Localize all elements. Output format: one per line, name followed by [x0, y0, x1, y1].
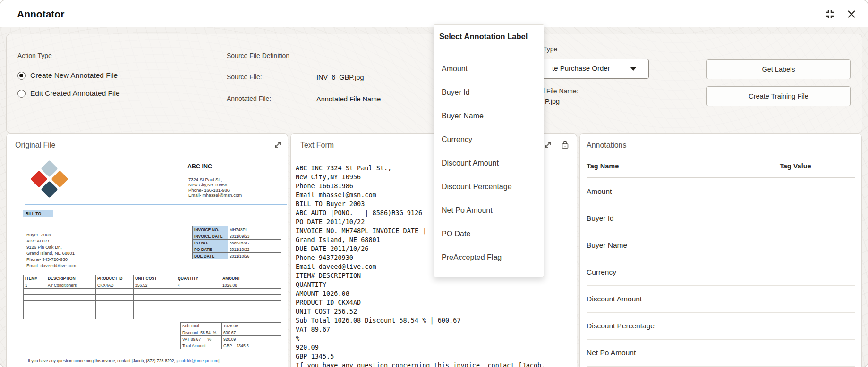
source-file-label: Source File:: [227, 73, 262, 81]
annotation-tag-name: Discount Amount: [587, 295, 642, 303]
radio-create-label: Create New Annotated File: [30, 71, 118, 80]
panel-header-divider: [580, 157, 861, 157]
invoice-footer: If you have any question concerning this…: [28, 359, 219, 363]
radio-edit-created-annotated-file[interactable]: Edit Created Annotated File: [17, 89, 120, 98]
create-training-file-button[interactable]: Create Training File: [706, 86, 851, 106]
popup-title-divider: [434, 49, 544, 49]
invoice-image: ABC INC 7324 St Paul St., New City,NY 10…: [7, 157, 288, 367]
source-file-definition-label: Source File Definition: [227, 52, 289, 59]
annotation-tag-name: Net Po Amount: [587, 349, 636, 357]
annotation-tag-name: Currency: [587, 268, 616, 276]
close-icon[interactable]: [846, 8, 857, 22]
company-logo: [30, 160, 68, 198]
annotation-label-option-buyer-name[interactable]: Buyer Name: [434, 104, 544, 128]
annotation-label-option-discount-percentage[interactable]: Discount Percentage: [434, 175, 544, 199]
invoice-footer-email-link: jacob.kk@omegar.com: [176, 359, 218, 363]
tag-name-column-header: Tag Name: [587, 162, 619, 170]
annotation-tag-name: Amount: [587, 187, 612, 196]
annotation-tag-name: Discount Percentage: [587, 322, 655, 330]
annotator-window: Annotator Action Type Create New Annotat…: [0, 0, 868, 367]
radio-unselected-icon[interactable]: [17, 90, 26, 98]
invoice-footer-bracket: ]: [218, 359, 219, 363]
annotation-type-select-value: te Purchase Order: [552, 64, 610, 72]
annotation-row[interactable]: Currency: [587, 259, 855, 286]
invoice-address-line: Email- mhassel@msn.com: [188, 193, 242, 198]
lock-icon[interactable]: [561, 140, 569, 151]
annotation-row[interactable]: Buyer Id: [587, 205, 855, 232]
text-form-text: ABC INC 7324 St Paul St., New City,NY 10…: [296, 164, 422, 234]
bill-to-line: 9126 Pin Oak Dr.,: [26, 245, 62, 250]
bill-to-line: Buyer- 2003: [26, 233, 51, 237]
annotation-label-option-currency[interactable]: Currency: [434, 128, 544, 151]
radio-edit-label: Edit Created Annotated File: [30, 89, 120, 98]
expand-panel-icon[interactable]: [544, 141, 552, 151]
action-type-label: Action Type: [17, 52, 52, 59]
annotation-type-label: Type: [543, 45, 557, 53]
original-file-panel: Original File ABC INC 7324 St Paul St.,: [6, 133, 288, 367]
invoice-address-line: New City,NY 10956: [188, 183, 227, 187]
chevron-down-icon: [630, 67, 636, 71]
text-form-panel-title: Text Form: [300, 141, 334, 150]
annotations-panel: Annotations Tag Name Tag Value Amount Bu…: [579, 133, 862, 367]
form-row-divider: [544, 83, 856, 83]
restore-window-icon[interactable]: [824, 8, 835, 22]
annotation-row[interactable]: Discount Percentage: [587, 312, 855, 340]
invoice-items-table: ITEM# DESCRIPTION PRODUCT ID UNIT COST Q…: [23, 275, 281, 319]
annotation-label-option-net-po-amount[interactable]: Net Po Amount: [434, 199, 544, 222]
annotations-panel-title: Annotations: [587, 141, 627, 150]
annotated-file-value: Annotated File Name: [316, 95, 381, 103]
annotated-file-label: Annotated File:: [227, 95, 271, 102]
bill-to-label: BILL TO: [23, 210, 53, 217]
page-title: Annotator: [17, 8, 64, 20]
invoice-footer-text: If you have any question concerning this…: [28, 359, 176, 363]
letterhead-divider: [25, 204, 287, 205]
annotation-tag-name: Buyer Id: [587, 214, 614, 223]
annotation-row[interactable]: Discount Amount: [587, 285, 855, 313]
expand-panel-icon[interactable]: [273, 141, 282, 151]
bill-to-line: ABC AUTO: [26, 239, 49, 243]
annotation-label-option-buyer-id[interactable]: Buyer Id: [434, 81, 544, 104]
annotation-label-option-preaccepted-flag[interactable]: PreAccepted Flag: [434, 246, 544, 269]
popup-title: Select Annotation Label: [439, 25, 528, 49]
invoice-totals-table: Sub Total1026.08 Discount 58.54 %600.67 …: [180, 322, 281, 349]
annotation-label-option-discount-amount[interactable]: Discount Amount: [434, 151, 544, 175]
invoice-address-line: Phone- 166-181-986: [188, 188, 230, 192]
bill-to-line: Phone- 943-720-930: [26, 257, 68, 262]
original-file-panel-title: Original File: [15, 141, 55, 150]
bill-to-line: Email- daveed@live.com: [26, 263, 76, 268]
invoice-company-name: ABC INC: [187, 163, 212, 170]
bill-to-line: Grand Island, NE 68801: [26, 251, 75, 256]
invoice-address-line: 7324 St Paul St.,: [188, 177, 222, 182]
annotation-row[interactable]: Amount: [587, 178, 855, 205]
annotation-label-option-po-date[interactable]: PO Date: [434, 222, 544, 246]
training-file-name-value: P.jpg: [545, 98, 560, 105]
radio-selected-icon[interactable]: [17, 72, 26, 80]
tag-value-column-header: Tag Value: [780, 162, 811, 170]
annotation-label-option-amount[interactable]: Amount: [434, 57, 544, 81]
source-file-value: INV_6_GBP.jpg: [316, 74, 364, 81]
get-labels-button[interactable]: Get Labels: [706, 59, 851, 79]
annotation-row[interactable]: Net Po Amount: [587, 339, 855, 367]
select-annotation-label-popup: Select Annotation Label Amount Buyer Id …: [434, 24, 544, 277]
invoice-info-table: INVOICE NO.MH748PL INVOICE DATE2011/09/2…: [192, 226, 281, 259]
radio-create-new-annotated-file[interactable]: Create New Annotated File: [17, 71, 118, 80]
annotation-tag-name: Buyer Name: [587, 241, 627, 250]
annotation-row[interactable]: Buyer Name: [587, 232, 855, 259]
training-file-name-label: l File Name:: [543, 87, 579, 95]
text-cursor: |: [422, 227, 426, 234]
